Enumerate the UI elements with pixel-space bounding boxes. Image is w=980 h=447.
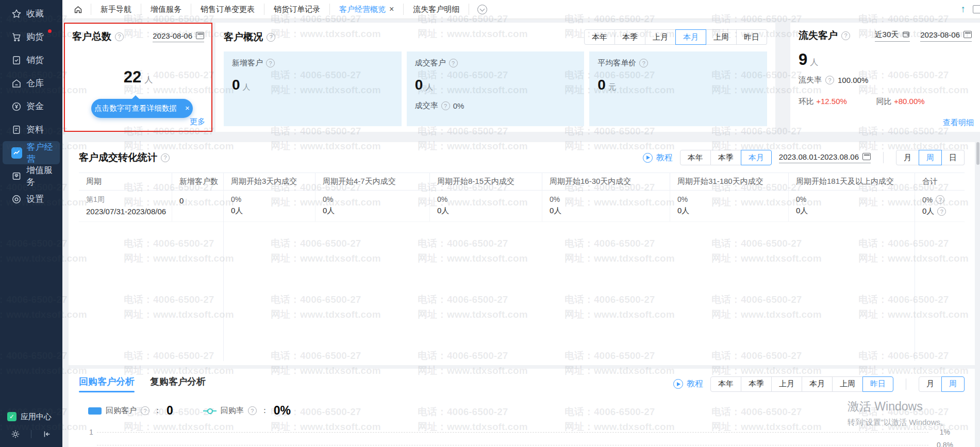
help-icon[interactable]: ? xyxy=(936,195,944,204)
scroll-top-icon[interactable]: ↑ xyxy=(961,4,966,15)
conversion-unit-btn-2[interactable]: 日 xyxy=(942,150,965,165)
conversion-count: 0人 xyxy=(550,206,670,216)
customer-total-value[interactable]: 22人 xyxy=(72,68,204,87)
conversion-range-btn-1[interactable]: 本季 xyxy=(711,150,741,165)
repurchase-unit-btn-1[interactable]: 周 xyxy=(941,376,965,392)
conversion-unit-btn-1[interactable]: 周 xyxy=(919,150,942,165)
cell-conversion-3: 0%0人 xyxy=(542,191,670,221)
repurchase-range-btn-4[interactable]: 上周 xyxy=(833,376,863,392)
tab-2[interactable]: 销售订单变更表 xyxy=(191,4,264,15)
stat-value[interactable]: 0人 xyxy=(232,77,393,93)
repurchase-range-btn-3[interactable]: 本月 xyxy=(802,376,833,392)
tutorial-button[interactable]: 教程 xyxy=(643,152,673,163)
overview-range-btn-4[interactable]: 上周 xyxy=(706,29,737,45)
theme-brightness-icon[interactable] xyxy=(0,429,31,439)
repurchase-tab-1[interactable]: 复购客户分析 xyxy=(150,375,206,392)
help-icon[interactable]: ? xyxy=(449,59,458,67)
app-center-button[interactable]: ✓ 应用中心 xyxy=(0,408,62,425)
help-icon[interactable]: ? xyxy=(825,76,834,84)
churn-value[interactable]: 9人 xyxy=(799,50,972,69)
conversion-count: 0人 xyxy=(437,206,542,216)
help-icon[interactable]: ? xyxy=(161,153,170,162)
help-icon[interactable]: ? xyxy=(441,101,450,110)
help-icon[interactable]: ? xyxy=(937,207,946,216)
tab-0[interactable]: 新手导航 xyxy=(91,4,141,15)
sales-doc-icon xyxy=(11,55,22,65)
overview-range-btn-3[interactable]: 本月 xyxy=(675,29,706,45)
stat-value[interactable]: 0元 xyxy=(597,77,759,93)
collapse-sidebar-icon[interactable] xyxy=(31,429,62,439)
sidebar-item-value-added[interactable]: 增值服务 xyxy=(3,164,60,187)
tab-4[interactable]: 客户经营概览× xyxy=(329,4,403,15)
sidebar-item-cart[interactable]: 购货 xyxy=(3,25,60,48)
repurchase-range-btn-0[interactable]: 本年 xyxy=(710,376,741,392)
help-icon[interactable]: ? xyxy=(248,406,257,415)
repurchase-range-btn-1[interactable]: 本季 xyxy=(741,376,772,392)
tabs-dropdown-icon[interactable] xyxy=(469,4,495,15)
stat-sub-label: 成交率 xyxy=(415,101,438,111)
customer-total-card: 客户总数? 2023-08-06 22人 点击数字可查看详细数据 × 更多 xyxy=(64,23,212,132)
help-icon[interactable]: ? xyxy=(841,31,850,40)
sidebar-item-customer-chart[interactable]: 客户经营 xyxy=(3,141,60,164)
tab-1[interactable]: 增值服务 xyxy=(141,4,191,15)
help-icon[interactable]: ? xyxy=(639,59,648,67)
right-axis-tick: 0.8% xyxy=(937,441,953,447)
legend-item-1[interactable]: 回购率?：0% xyxy=(203,404,291,418)
gridline xyxy=(97,432,928,433)
conversion-date-range-picker[interactable]: 2023.08.01-2023.08.06 xyxy=(779,152,871,163)
tab-close-icon[interactable]: × xyxy=(389,5,394,13)
tutorial-button[interactable]: 教程 xyxy=(673,379,703,389)
repurchase-range-btn-5[interactable]: 昨日 xyxy=(862,376,893,392)
repurchase-tab-0[interactable]: 回购客户分析 xyxy=(79,375,135,392)
stat-number: 0 xyxy=(597,77,606,93)
stat-sub: 成交率?0% xyxy=(415,101,576,111)
help-icon[interactable]: ? xyxy=(141,406,150,415)
home-icon[interactable] xyxy=(62,5,91,14)
repurchase-unit-btn-0[interactable]: 月 xyxy=(919,376,942,392)
conversion-range-btn-2[interactable]: 本月 xyxy=(741,150,772,165)
help-icon[interactable]: ? xyxy=(266,59,275,67)
repurchase-range-btn-2[interactable]: 上月 xyxy=(772,376,802,392)
cell-conversion-1: 0%0人 xyxy=(315,191,429,221)
customer-total-date-picker[interactable]: 2023-08-06 xyxy=(153,31,204,42)
overview-range-btn-5[interactable]: 昨日 xyxy=(737,29,767,45)
sidebar-item-label: 仓库 xyxy=(26,77,44,89)
legend-bar-swatch xyxy=(88,407,102,415)
legend-item-0[interactable]: 回购客户?：0 xyxy=(88,404,173,418)
sidebar-item-label: 购货 xyxy=(26,31,44,43)
sidebar: 收藏购货销货仓库资金资料客户经营增值服务设置 ✓ 应用中心 xyxy=(0,0,62,447)
overview-range-btn-1[interactable]: 本季 xyxy=(615,29,645,45)
sidebar-item-warehouse[interactable]: 仓库 xyxy=(3,72,60,95)
churn-range-select[interactable]: 近30天 xyxy=(875,30,910,42)
sidebar-item-sales-doc[interactable]: 销货 xyxy=(3,48,60,72)
gridline xyxy=(97,445,928,445)
overview-range-btn-2[interactable]: 上月 xyxy=(645,29,676,45)
expand-icon[interactable] xyxy=(973,5,980,13)
conversion-pct: 0% xyxy=(677,195,788,203)
date-type-switch-icon xyxy=(902,31,910,38)
sidebar-item-money[interactable]: 资金 xyxy=(3,95,60,118)
hint-tooltip: 点击数字可查看详细数据 × xyxy=(91,99,193,118)
help-icon[interactable]: ? xyxy=(115,32,124,41)
overview-range-btn-0[interactable]: 本年 xyxy=(584,29,615,45)
conversion-count: 0人 xyxy=(323,206,429,216)
stat-label: 新增客户? xyxy=(232,58,393,68)
help-icon[interactable]: ? xyxy=(267,33,275,42)
sidebar-item-label: 收藏 xyxy=(26,8,44,20)
divider xyxy=(883,152,884,163)
view-detail-link[interactable]: 查看明细 xyxy=(943,118,974,128)
sidebar-item-data-file[interactable]: 资料 xyxy=(3,118,60,141)
churn-date-picker[interactable]: 2023-08-06 xyxy=(920,30,972,42)
stat-value[interactable]: 0人 xyxy=(415,77,576,93)
conversion-range-btn-0[interactable]: 本年 xyxy=(680,150,711,165)
calendar-icon xyxy=(196,32,204,39)
column-header-4: 周期开始8-15天内成交 xyxy=(429,173,542,190)
tab-5[interactable]: 流失客户明细 xyxy=(403,4,469,15)
tab-3[interactable]: 销货订单记录 xyxy=(264,4,329,15)
sidebar-item-settings[interactable]: 设置 xyxy=(3,187,60,211)
tooltip-close-icon[interactable]: × xyxy=(185,104,190,112)
more-link[interactable]: 更多 xyxy=(190,117,205,127)
sidebar-item-star[interactable]: 收藏 xyxy=(3,2,60,25)
vertical-scrollbar[interactable] xyxy=(976,142,979,165)
conversion-unit-btn-0[interactable]: 月 xyxy=(896,150,919,165)
